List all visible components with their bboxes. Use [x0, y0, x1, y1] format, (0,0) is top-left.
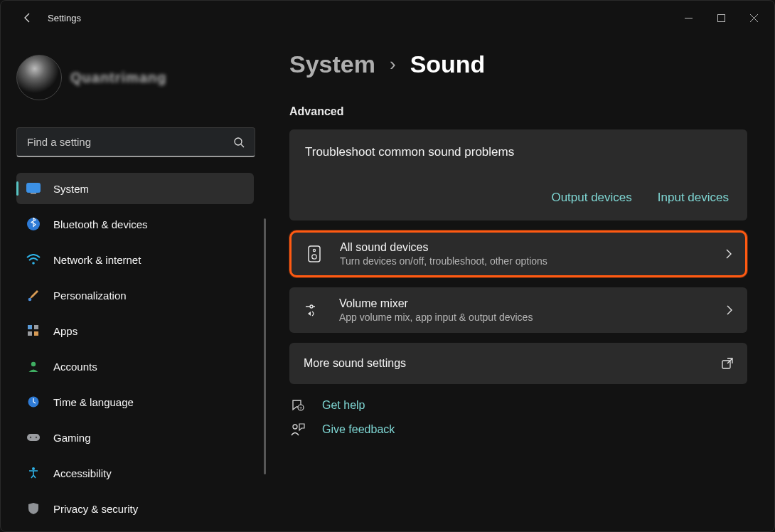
gamepad-icon [26, 430, 41, 445]
row-title: Volume mixer [339, 297, 710, 310]
svg-rect-13 [28, 331, 32, 336]
clock-globe-icon [26, 395, 41, 409]
sidebar-item-label: Privacy & security [53, 503, 138, 515]
window-controls [672, 6, 770, 29]
sidebar-scrollbar[interactable] [264, 218, 266, 474]
search-icon [233, 137, 245, 148]
sidebar-item-system[interactable]: System [16, 173, 254, 204]
input-devices-link[interactable]: Input devices [658, 191, 729, 205]
breadcrumb-current: Sound [410, 50, 486, 78]
svg-point-25 [310, 305, 313, 308]
person-icon [26, 359, 41, 373]
feedback-icon [289, 422, 306, 437]
chevron-right-icon [725, 248, 732, 260]
profile-text: Quantrimang [70, 70, 166, 86]
sidebar-item-label: Accessibility [53, 467, 112, 479]
sidebar-item-network[interactable]: Network & internet [16, 244, 254, 275]
feedback-text: Give feedback [322, 423, 395, 436]
advanced-header: Advanced [289, 105, 747, 118]
svg-point-22 [313, 249, 315, 251]
shield-icon [26, 501, 41, 516]
svg-point-23 [312, 255, 316, 259]
svg-rect-6 [27, 183, 41, 193]
all-sound-devices-row[interactable]: All sound devices Turn devices on/off, t… [289, 230, 747, 277]
wifi-icon [26, 252, 41, 267]
sidebar-item-apps[interactable]: Apps [16, 315, 254, 346]
close-icon [750, 14, 758, 22]
breadcrumb: System › Sound [289, 50, 747, 78]
profile[interactable]: Quantrimang [16, 49, 254, 106]
main: System › Sound Advanced Troubleshoot com… [264, 35, 774, 532]
search-input[interactable] [27, 136, 233, 148]
sidebar-item-privacy-security[interactable]: Privacy & security [16, 493, 254, 524]
svg-rect-14 [34, 331, 38, 336]
svg-point-4 [235, 138, 242, 145]
sidebar: Quantrimang System Bluetooth & devices [1, 35, 264, 532]
svg-point-30 [293, 425, 297, 429]
external-link-icon [722, 358, 733, 369]
row-title: All sound devices [340, 241, 710, 254]
row-title: More sound settings [304, 357, 722, 370]
apps-icon [26, 324, 41, 338]
give-feedback-link[interactable]: Give feedback [289, 422, 747, 437]
nav: System Bluetooth & devices Network & int… [16, 173, 254, 528]
sidebar-item-label: System [53, 183, 89, 195]
mixer-icon [304, 303, 324, 317]
avatar [16, 55, 62, 100]
system-icon [26, 181, 41, 196]
help-text: Get help [322, 399, 365, 412]
paintbrush-icon [26, 288, 41, 302]
svg-point-9 [32, 262, 35, 265]
row-subtitle: App volume mix, app input & output devic… [339, 312, 710, 323]
sidebar-item-label: Time & language [53, 396, 134, 408]
search-box[interactable] [16, 127, 255, 157]
row-subtitle: Turn devices on/off, troubleshoot, other… [340, 255, 710, 267]
troubleshoot-title: Troubleshoot common sound problems [305, 145, 732, 159]
minimize-icon [685, 14, 693, 22]
maximize-icon [717, 14, 725, 22]
svg-line-5 [241, 144, 244, 147]
get-help-link[interactable]: ? Get help [289, 398, 747, 413]
sidebar-item-accessibility[interactable]: Accessibility [16, 457, 254, 489]
minimize-button[interactable] [672, 6, 705, 29]
help-links: ? Get help Give feedback [289, 398, 747, 437]
svg-point-15 [31, 362, 36, 366]
sidebar-item-accounts[interactable]: Accounts [16, 351, 254, 382]
sidebar-item-label: Apps [53, 325, 78, 337]
output-devices-link[interactable]: Output devices [551, 191, 631, 205]
svg-rect-7 [31, 193, 36, 194]
svg-rect-17 [27, 434, 40, 441]
svg-point-10 [28, 298, 32, 302]
more-sound-settings-row[interactable]: More sound settings [289, 343, 747, 384]
sidebar-item-label: Accounts [53, 361, 97, 373]
breadcrumb-parent[interactable]: System [289, 50, 375, 78]
accessibility-icon [26, 466, 41, 480]
titlebar: Settings [1, 1, 774, 35]
bluetooth-icon [26, 217, 41, 231]
speaker-icon [304, 245, 324, 262]
chevron-right-icon [726, 304, 733, 316]
help-icon: ? [289, 398, 306, 413]
sidebar-item-label: Gaming [53, 432, 91, 444]
sidebar-item-bluetooth[interactable]: Bluetooth & devices [16, 208, 254, 240]
profile-brand: Quantrimang [70, 70, 166, 86]
breadcrumb-separator: › [390, 53, 396, 75]
sidebar-item-label: Network & internet [53, 254, 141, 266]
svg-point-20 [32, 467, 35, 470]
svg-point-18 [30, 437, 31, 438]
svg-point-19 [36, 437, 37, 438]
svg-rect-12 [34, 325, 38, 329]
sidebar-item-label: Bluetooth & devices [53, 218, 148, 230]
volume-mixer-row[interactable]: Volume mixer App volume mix, app input &… [289, 287, 747, 333]
svg-rect-1 [717, 14, 725, 21]
app-title: Settings [48, 13, 81, 23]
sidebar-item-personalization[interactable]: Personalization [16, 280, 254, 311]
back-button[interactable] [15, 5, 41, 31]
maximize-button[interactable] [705, 6, 737, 29]
sidebar-item-time-language[interactable]: Time & language [16, 386, 254, 417]
sidebar-item-label: Personalization [53, 289, 127, 302]
svg-rect-11 [28, 325, 32, 329]
troubleshoot-card: Troubleshoot common sound problems Outpu… [289, 129, 747, 220]
sidebar-item-gaming[interactable]: Gaming [16, 422, 254, 453]
close-button[interactable] [737, 6, 770, 29]
